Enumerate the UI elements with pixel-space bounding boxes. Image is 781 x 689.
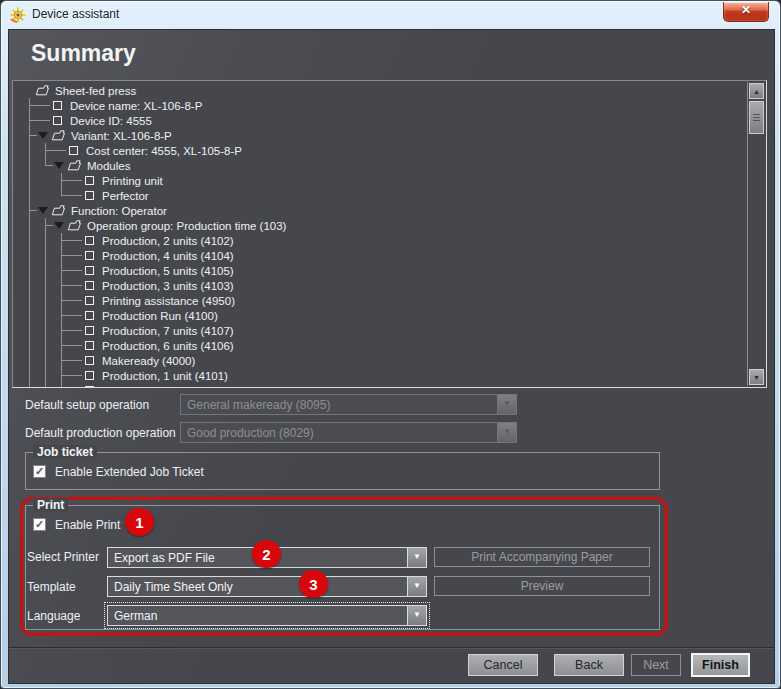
cancel-button[interactable]: Cancel [468,654,538,676]
tree-connector [53,323,69,338]
tree-guide [21,353,37,368]
scroll-down-icon[interactable] [749,369,764,385]
tree-guide [21,383,37,388]
expand-arrow-icon[interactable] [37,203,51,218]
checkbox-icon[interactable] [85,311,94,320]
extended-job-ticket-checkbox[interactable] [33,465,46,478]
window-title: Device assistant [32,7,119,21]
language-label: Language [27,609,80,623]
dropdown-arrow-icon[interactable] [407,606,426,625]
close-button[interactable] [723,2,769,22]
checkbox-icon[interactable] [53,101,62,110]
tree-guide [21,248,37,263]
enable-print-checkbox[interactable] [33,518,46,531]
dropdown-arrow-icon [497,423,516,442]
tree-item[interactable]: Device ID: 4555 [13,113,747,128]
checkbox-icon[interactable] [85,266,94,275]
checkbox-icon[interactable] [85,176,94,185]
checkbox-icon[interactable] [85,191,94,200]
tree-scrollbar[interactable] [747,82,765,386]
checkbox-icon[interactable] [85,371,94,380]
tree-spacer [69,173,83,188]
checkbox-icon[interactable] [53,116,62,125]
tree-item[interactable]: Printing assistance (4950) [13,293,747,308]
tree-item[interactable]: Printing unit [13,173,747,188]
expand-arrow-icon[interactable] [53,218,67,233]
template-dropdown[interactable]: Daily Time Sheet Only [107,576,427,597]
tree-item-label: Printing unit [102,175,163,187]
folder-icon [51,130,65,141]
checkbox-icon[interactable] [85,296,94,305]
tree-item[interactable]: Function: Operator [13,203,747,218]
tree-item[interactable]: Production, 2 units (4102) [13,233,747,248]
tree-item[interactable]: Cost center: 4555, XL-105-8-P [13,143,747,158]
annotation-badge-2: 2 [252,540,281,568]
scrollbar-thumb[interactable] [749,101,764,134]
folder-icon [67,160,81,171]
annotation-badge-1: 1 [125,508,154,536]
tree-item[interactable]: Production, 7 units (4107) [13,323,747,338]
tree-item-label: Production, 1 unit (4101) [102,370,228,382]
tree-connector [53,293,69,308]
tree-guide [37,308,53,323]
tree-item[interactable]: Operation group: Production time (103) [13,218,747,233]
checkbox-icon[interactable] [69,146,78,155]
tree-spacer [69,338,83,353]
template-value: Daily Time Sheet Only [108,580,407,594]
print-accompanying-paper-button: Print Accompanying Paper [434,547,650,567]
device-assistant-dialog: Device assistant Summary Sheet-fed press… [0,0,781,689]
tree-item[interactable]: Perfector [13,188,747,203]
expand-arrow-icon[interactable] [37,128,51,143]
tree-item[interactable]: Production, 1 unit (4101) [13,368,747,383]
tree-item[interactable]: Device name: XL-106-8-P [13,98,747,113]
language-dropdown[interactable]: German [107,605,427,626]
tree-connector [53,263,69,278]
tree-item[interactable]: Makeready (4000) [13,353,747,368]
app-icon [10,7,26,23]
tree-spacer [53,143,67,158]
checkbox-icon[interactable] [85,281,94,290]
print-title: Print [33,498,68,512]
tree-item[interactable]: Sheet-fed press [13,83,747,98]
tree-connector [53,188,69,203]
dropdown-arrow-icon[interactable] [407,548,426,567]
checkbox-icon[interactable] [85,386,94,388]
titlebar[interactable]: Device assistant [1,1,780,29]
summary-tree[interactable]: Sheet-fed pressDevice name: XL-106-8-PDe… [12,80,767,388]
tree-guide [37,353,53,368]
tree-item[interactable]: Production, 4 units (4104) [13,248,747,263]
tree-guide [21,233,37,248]
tree-item[interactable]: Production, 5 units (4105) [13,263,747,278]
checkbox-icon[interactable] [85,251,94,260]
checkbox-icon[interactable] [85,236,94,245]
tree-connector [21,128,37,143]
select-printer-label: Select Printer [27,550,99,564]
tree-spacer [69,353,83,368]
tree-item[interactable]: Modules [13,158,747,173]
checkbox-icon[interactable] [85,326,94,335]
enable-print-label: Enable Print [55,518,120,532]
dropdown-arrow-icon[interactable] [407,577,426,596]
tree-item[interactable]: Production Run (4100) [13,308,747,323]
tree-guide [37,173,53,188]
checkbox-icon[interactable] [85,356,94,365]
tree-guide [21,323,37,338]
tree-item-label: Production Run (4100) [102,310,218,322]
tree-item-label: Makeready (4000) [102,355,195,367]
tree-guide [37,263,53,278]
tree-item[interactable] [13,383,747,388]
tree-item[interactable]: Variant: XL-106-8-P [13,128,747,143]
tree-spacer [69,293,83,308]
tree-item[interactable]: Production, 6 units (4106) [13,338,747,353]
tree-connector [53,383,69,388]
finish-button[interactable]: Finish [691,653,750,677]
scroll-up-icon[interactable] [749,83,764,99]
tree-guide [37,293,53,308]
tree-spacer [69,248,83,263]
next-button: Next [631,654,681,676]
tree-spacer [69,278,83,293]
expand-arrow-icon[interactable] [53,158,67,173]
back-button[interactable]: Back [554,654,624,676]
checkbox-icon[interactable] [85,341,94,350]
tree-item[interactable]: Production, 3 units (4103) [13,278,747,293]
